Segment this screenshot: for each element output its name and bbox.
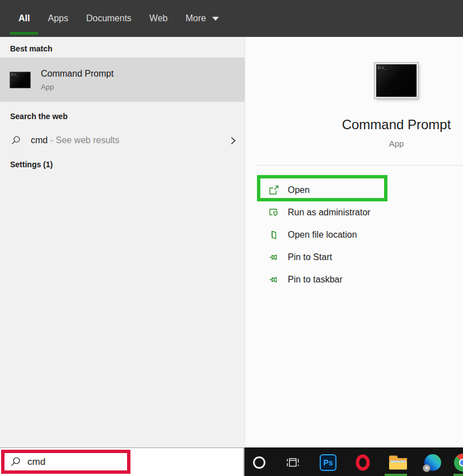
action-pin-to-start[interactable]: Pin to Start	[245, 246, 463, 268]
edge-profile-badge	[423, 464, 431, 472]
taskbar-search-box[interactable]	[0, 447, 245, 476]
search-highlight-annotation	[1, 450, 130, 474]
file-location-icon	[268, 229, 279, 241]
best-match-header: Best match	[10, 44, 52, 53]
tab-web[interactable]: Web	[149, 0, 168, 37]
chevron-right-icon[interactable]	[228, 136, 238, 145]
web-result-text: cmd - See web results	[31, 135, 228, 145]
command-prompt-icon: C:\_	[10, 72, 31, 88]
search-icon	[10, 456, 21, 468]
action-pin-to-taskbar-label: Pin to taskbar	[288, 275, 343, 285]
action-run-as-administrator[interactable]: Run as administrator	[245, 201, 463, 224]
search-filter-tabs: All Apps Documents Web More	[0, 0, 463, 37]
pin-icon	[268, 274, 279, 285]
tab-documents-label: Documents	[86, 13, 132, 23]
tab-more[interactable]: More	[185, 0, 218, 37]
best-match-result[interactable]: C:\_ Command Prompt App	[0, 58, 245, 102]
action-pin-to-start-label: Pin to Start	[288, 252, 332, 262]
action-pin-to-taskbar[interactable]: Pin to taskbar	[245, 268, 463, 291]
settings-header: Settings (1)	[10, 160, 53, 169]
result-subtitle: App	[41, 83, 114, 91]
action-open-label: Open	[288, 185, 310, 195]
detail-title: Command Prompt	[296, 117, 463, 133]
search-the-web-header: Search the web	[10, 112, 68, 121]
action-open-file-location[interactable]: Open file location	[245, 224, 463, 246]
folder-front	[389, 462, 407, 469]
opera-icon[interactable]	[356, 454, 370, 470]
chevron-down-icon	[212, 17, 219, 21]
detail-divider	[255, 165, 463, 166]
tab-apps[interactable]: Apps	[48, 0, 68, 37]
tab-all-label: All	[18, 13, 30, 23]
photoshop-label: Ps	[323, 458, 333, 467]
action-run-as-administrator-label: Run as administrator	[288, 208, 371, 218]
best-match-text: Command Prompt App	[41, 69, 114, 91]
search-input[interactable]	[26, 456, 110, 468]
action-open[interactable]: Open	[245, 179, 463, 201]
tab-more-label: More	[185, 13, 205, 23]
result-title: Command Prompt	[41, 69, 114, 79]
cmd-icon-text: C:\_	[11, 73, 18, 76]
pin-icon	[268, 252, 279, 263]
cortana-icon[interactable]	[253, 456, 265, 469]
edge-icon[interactable]	[424, 454, 441, 471]
file-explorer-icon[interactable]	[389, 455, 407, 469]
web-result-suffix: - See web results	[48, 135, 119, 145]
tab-documents[interactable]: Documents	[86, 0, 132, 37]
chrome-running-indicator	[453, 474, 463, 476]
active-tab-underline	[10, 32, 38, 35]
web-result-query: cmd	[31, 135, 48, 145]
command-prompt-icon-large: C:\_	[375, 63, 418, 98]
open-icon	[268, 185, 279, 196]
file-explorer-running-indicator	[385, 474, 407, 476]
windows-search-flyout: All Apps Documents Web More Best match C…	[0, 0, 463, 476]
photoshop-icon[interactable]: Ps	[320, 454, 336, 471]
search-icon	[11, 135, 21, 146]
admin-shield-icon	[268, 207, 279, 218]
action-list: Open Run as administrator Open file loca…	[245, 179, 463, 291]
web-search-result[interactable]: cmd - See web results	[0, 129, 245, 152]
cmd-icon-text: C:\_	[378, 65, 386, 69]
search-results-panel: Best match C:\_ Command Prompt App Searc…	[0, 37, 245, 447]
chrome-icon[interactable]	[454, 454, 463, 472]
task-view-icon[interactable]	[286, 455, 300, 470]
result-detail-panel: C:\_ Command Prompt App Open Run as admi…	[245, 37, 463, 447]
detail-subtitle: App	[296, 139, 463, 148]
tab-web-label: Web	[149, 13, 168, 23]
taskbar: Ps	[245, 447, 463, 476]
tab-all[interactable]: All	[18, 0, 30, 37]
tab-apps-label: Apps	[48, 13, 68, 23]
action-open-file-location-label: Open file location	[288, 230, 357, 240]
